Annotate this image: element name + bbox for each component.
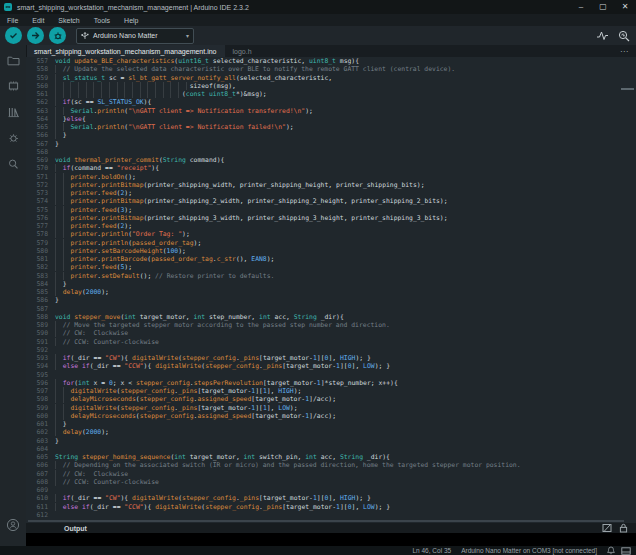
code-line: 596 for(int x = 0; x < stepper_config.st… (26, 379, 636, 387)
board-selector[interactable]: Arduino Nano Matter ▾ (76, 28, 194, 44)
menu-edit[interactable]: Edit (25, 17, 51, 24)
code-line: 558 // Update the selected data characte… (26, 65, 636, 73)
check-icon (9, 31, 18, 40)
line-number: 594 (26, 362, 55, 370)
sidebar-item-search[interactable] (0, 151, 26, 177)
verify-button[interactable] (5, 27, 22, 44)
code-line: 565 Serial.println("\nGATT client => Not… (26, 123, 636, 131)
line-number: 587 (26, 305, 55, 313)
scroll-lock-icon[interactable] (619, 523, 628, 533)
code-line: 572 printer.printBitmap(printer_shipping… (26, 181, 636, 189)
code-line: 561 (const uint8_t*)&msg); (26, 90, 636, 98)
line-number: 593 (26, 354, 55, 362)
code-line: 573 printer.feed(2); (26, 189, 636, 197)
line-number: 599 (26, 404, 55, 412)
chevron-down-icon: ▾ (186, 32, 189, 39)
line-number: 578 (26, 230, 55, 238)
line-number: 561 (26, 90, 55, 98)
code-line: 559 sl_status_t sc = sl_bt_gatt_server_n… (26, 74, 636, 82)
line-number: 607 (26, 470, 55, 478)
board-connection-status[interactable]: Arduino Nano Matter on COM3 [not connect… (461, 547, 597, 554)
output-panel-header: Output (26, 523, 636, 533)
code-line: 570 if(command == "receipt"){ (26, 164, 636, 172)
line-number: 606 (26, 461, 55, 469)
code-line: 566 } (26, 131, 636, 139)
line-number: 577 (26, 222, 55, 230)
tab-more-actions-icon[interactable]: ⋯ (620, 47, 628, 57)
code-line: 579 printer.println(passed_order_tag); (26, 239, 636, 247)
line-number: 608 (26, 478, 55, 486)
code-line: 595 (26, 371, 636, 379)
debug-bug-icon (53, 31, 63, 41)
line-number: 602 (26, 428, 55, 436)
code-line: 589 // Move the targeted stepper motor a… (26, 321, 636, 329)
menu-sketch[interactable]: Sketch (51, 17, 86, 24)
panel-layout-icon[interactable] (621, 547, 631, 555)
sidebar-item-library-manager[interactable] (0, 99, 26, 125)
sidebar-item-sketchbook[interactable] (0, 47, 26, 73)
code-line: 606 // Depending on the associated switc… (26, 461, 636, 469)
menu-help[interactable]: Help (117, 17, 145, 24)
tab-sketch-ino[interactable]: smart_shipping_workstation_mechanism_man… (26, 45, 225, 57)
line-number: 595 (26, 371, 55, 379)
maximize-button[interactable]: ▢ (592, 0, 614, 14)
tab-logo-h[interactable]: logo.h (225, 45, 260, 57)
notifications-bell-icon[interactable] (607, 546, 615, 555)
line-number: 601 (26, 420, 55, 428)
code-line: 586} (26, 296, 636, 304)
debug-button[interactable] (49, 27, 66, 44)
code-line: 612 (26, 511, 636, 519)
line-number: 568 (26, 148, 55, 156)
window-title: smart_shipping_workstation_mechanism_man… (17, 4, 249, 11)
upload-button[interactable] (27, 27, 44, 44)
line-number: 571 (26, 173, 55, 181)
serial-plotter-icon[interactable] (596, 30, 609, 41)
code-line: 582 printer.feed(5); (26, 263, 636, 271)
code-line: 602 delay(2000); (26, 428, 636, 436)
cursor-position[interactable]: Ln 46, Col 35 (412, 547, 451, 554)
line-number: 612 (26, 511, 55, 519)
clear-output-icon[interactable] (602, 523, 612, 533)
code-line: 590 // CW: Clockwise (26, 329, 636, 337)
line-number: 576 (26, 214, 55, 222)
menu-file[interactable]: File (0, 17, 25, 24)
code-line: 562 if(sc == SL_STATUS_OK){ (26, 98, 636, 106)
toolbar: Arduino Nano Matter ▾ (0, 26, 636, 45)
sidebar-item-debug[interactable] (0, 125, 26, 151)
line-number: 565 (26, 123, 55, 131)
line-number: 579 (26, 239, 55, 247)
code-line: 571 printer.boldOn(); (26, 173, 636, 181)
line-number: 583 (26, 272, 55, 280)
code-line: 574 printer.printBitmap(printer_shipping… (26, 197, 636, 205)
code-editor[interactable]: 557void update_BLE_characteristics(uint1… (26, 57, 636, 519)
sidebar-item-boards-manager[interactable] (0, 73, 26, 99)
line-number: 603 (26, 437, 55, 445)
code-line: 600 delayMicroseconds(stepper_config.ass… (26, 412, 636, 420)
microcontroller-icon (7, 80, 20, 92)
code-line: 587 (26, 305, 636, 313)
line-number: 591 (26, 338, 55, 346)
code-line: 560 sizeof(msg), (26, 82, 636, 90)
serial-monitor-icon[interactable] (618, 30, 630, 42)
tab-bar: smart_shipping_workstation_mechanism_man… (26, 45, 636, 57)
code-line: 607 // CW: Clockwise (26, 470, 636, 478)
code-line: 568 (26, 148, 636, 156)
minimize-button[interactable]: – (570, 0, 592, 14)
code-line: 611 else if(_dir == "CCW"){ digitalWrite… (26, 503, 636, 511)
code-line: 588void stepper_move(int target_motor, i… (26, 313, 636, 321)
account-button[interactable] (0, 512, 26, 538)
menu-tools[interactable]: Tools (87, 17, 117, 24)
code-line: 604 (26, 445, 636, 453)
output-console[interactable] (26, 533, 636, 546)
line-number: 563 (26, 107, 55, 115)
line-number: 598 (26, 395, 55, 403)
line-number: 588 (26, 313, 55, 321)
close-button[interactable]: ✕ (614, 0, 636, 14)
line-number: 597 (26, 387, 55, 395)
code-line: 569void thermal_printer_commit(String co… (26, 156, 636, 164)
code-line: 594 else if(_dir == "CCW"){ digitalWrite… (26, 362, 636, 370)
code-line: 608 // CCW: Counter-clockwise (26, 478, 636, 486)
title-bar: ∞ smart_shipping_workstation_mechanism_m… (0, 0, 636, 14)
code-line: 584 } (26, 280, 636, 288)
line-number: 575 (26, 206, 55, 214)
